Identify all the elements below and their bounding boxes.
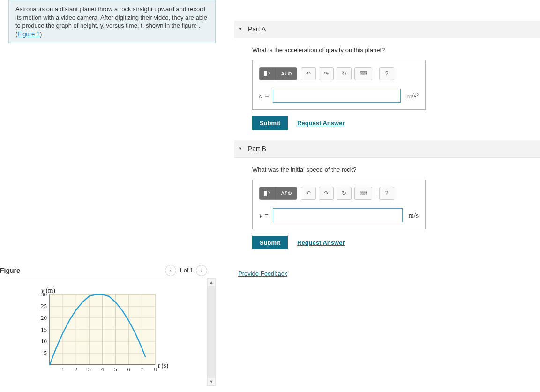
scrollbar-down-icon[interactable]: ▼ xyxy=(208,378,215,385)
undo-button[interactable]: ↶ xyxy=(301,187,316,200)
svg-text:8: 8 xyxy=(154,366,157,373)
submit-button-a[interactable]: Submit xyxy=(252,116,288,130)
units-a: m/s² xyxy=(406,92,419,100)
part-b-title: Part B xyxy=(248,145,266,152)
svg-text:y (m): y (m) xyxy=(40,287,55,294)
figure-pager: ‹ 1 of 1 › xyxy=(165,265,207,276)
svg-text:t (s): t (s) xyxy=(158,362,169,369)
pager-prev-button[interactable]: ‹ xyxy=(165,265,176,276)
keyboard-button[interactable]: ⌨ xyxy=(354,187,372,200)
toolbar-a: √ ΑΣΦ ↶ ↷ ↻ ⌨ ? xyxy=(259,67,419,80)
svg-text:4: 4 xyxy=(101,366,104,373)
answer-input-a[interactable] xyxy=(273,89,400,103)
scrollbar-up-icon[interactable]: ▲ xyxy=(208,279,215,286)
svg-text:√: √ xyxy=(268,190,270,194)
svg-text:7: 7 xyxy=(141,366,144,373)
answer-box-a: √ ΑΣΦ ↶ ↷ ↻ ⌨ ? a = m/s² xyxy=(252,60,426,110)
part-a-prompt: What is the acceleration of gravity on t… xyxy=(252,46,540,53)
problem-text: Astronauts on a distant planet throw a r… xyxy=(15,6,207,38)
submit-button-b[interactable]: Submit xyxy=(252,236,288,249)
svg-text:2: 2 xyxy=(75,366,78,373)
answer-box-b: √ ΑΣΦ ↶ ↷ ↻ ⌨ ? v = m/s xyxy=(252,180,426,229)
answer-input-b[interactable] xyxy=(273,208,403,222)
var-label-b: v = xyxy=(259,211,269,219)
pager-label: 1 of 1 xyxy=(179,267,193,274)
figure-section: Figure ‹ 1 of 1 › ▲ ▼ 123456785101520253… xyxy=(0,265,216,375)
undo-button[interactable]: ↶ xyxy=(301,67,316,80)
help-button[interactable]: ? xyxy=(379,67,394,80)
svg-text:5: 5 xyxy=(44,349,47,356)
svg-text:10: 10 xyxy=(41,338,47,345)
svg-text:25: 25 xyxy=(41,302,47,309)
toolbar-separator xyxy=(377,68,377,79)
problem-statement: Astronauts on a distant planet throw a r… xyxy=(8,0,216,43)
reset-button[interactable]: ↻ xyxy=(337,67,352,80)
var-label-a: a = xyxy=(259,92,269,100)
chevron-down-icon: ▼ xyxy=(238,27,242,31)
part-b-header[interactable]: ▼ Part B xyxy=(234,140,540,158)
provide-feedback-link[interactable]: Provide Feedback xyxy=(238,270,287,277)
part-b-prompt: What was the initial speed of the rock? xyxy=(252,166,540,173)
svg-text:20: 20 xyxy=(41,314,47,321)
toolbar-separator xyxy=(377,188,377,198)
reset-button[interactable]: ↻ xyxy=(337,187,352,200)
keyboard-button[interactable]: ⌨ xyxy=(354,67,372,80)
svg-text:15: 15 xyxy=(41,326,47,333)
help-button[interactable]: ? xyxy=(379,187,394,200)
templates-button[interactable]: √ xyxy=(260,187,276,199)
chevron-down-icon: ▼ xyxy=(238,146,242,151)
redo-button[interactable]: ↷ xyxy=(319,67,334,80)
svg-rect-33 xyxy=(264,71,267,76)
symbols-button[interactable]: ΑΣΦ xyxy=(276,68,297,80)
toolbar-b: √ ΑΣΦ ↶ ↷ ↻ ⌨ ? xyxy=(259,187,419,200)
templates-button[interactable]: √ xyxy=(260,68,276,80)
units-b: m/s xyxy=(408,211,419,219)
figure-title: Figure xyxy=(0,267,20,274)
figure-link[interactable]: Figure 1 xyxy=(17,30,40,38)
svg-text:3: 3 xyxy=(88,366,91,373)
scrollbar-track[interactable] xyxy=(208,286,215,378)
chart: 1234567851015202530y (m)t (s) xyxy=(34,286,172,375)
svg-text:5: 5 xyxy=(114,366,117,373)
redo-button[interactable]: ↷ xyxy=(319,187,334,200)
symbols-button[interactable]: ΑΣΦ xyxy=(276,187,297,199)
chart-svg: 1234567851015202530y (m)t (s) xyxy=(34,286,172,375)
svg-text:√: √ xyxy=(268,70,270,75)
part-a-title: Part A xyxy=(248,25,266,33)
figure-scrollbar[interactable]: ▲ ▼ xyxy=(207,278,216,386)
request-answer-b[interactable]: Request Answer xyxy=(297,239,345,246)
part-a-header[interactable]: ▼ Part A xyxy=(234,21,540,38)
svg-text:1: 1 xyxy=(61,366,65,373)
request-answer-a[interactable]: Request Answer xyxy=(297,120,345,127)
svg-rect-35 xyxy=(264,191,267,196)
pager-next-button[interactable]: › xyxy=(196,265,207,276)
svg-text:6: 6 xyxy=(128,366,131,373)
